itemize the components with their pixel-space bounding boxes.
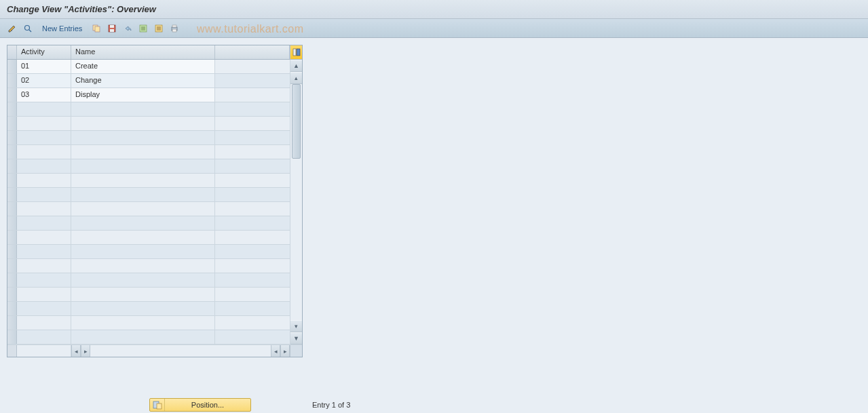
svg-rect-6 <box>110 29 114 32</box>
table-row-empty[interactable] <box>7 259 290 273</box>
table-row-empty[interactable] <box>7 231 290 245</box>
cell-activity[interactable]: 02 <box>17 74 71 87</box>
scroll-left-button[interactable]: ◂ <box>71 345 81 357</box>
table-row-empty[interactable] <box>7 202 290 216</box>
footer-bar: Position... Entry 1 of 3 <box>149 398 350 412</box>
svg-rect-21 <box>157 404 162 409</box>
table-row-empty[interactable] <box>7 145 290 159</box>
new-entries-button[interactable]: New Entries <box>37 23 88 34</box>
scroll-right-end-button[interactable]: ▸ <box>280 345 290 357</box>
cell-activity[interactable]: 01 <box>17 60 71 73</box>
search-icon[interactable] <box>21 22 35 35</box>
svg-rect-5 <box>110 25 114 28</box>
svg-rect-19 <box>297 49 300 56</box>
cell-name[interactable]: Display <box>71 88 215 102</box>
copy-icon[interactable] <box>90 22 103 35</box>
table-settings-button[interactable] <box>290 45 302 60</box>
scroll-up-inner-button[interactable]: ▴ <box>290 72 302 84</box>
edit-icon[interactable] <box>5 22 19 35</box>
application-toolbar: New Entries <box>0 19 868 38</box>
table-row[interactable]: 03 Display <box>7 88 290 102</box>
table-row[interactable]: 01 Create <box>7 60 290 74</box>
table-row-empty[interactable] <box>7 316 290 330</box>
table-row-empty[interactable] <box>7 159 290 174</box>
entry-status-label: Entry 1 of 3 <box>312 401 350 409</box>
svg-rect-16 <box>172 25 176 27</box>
position-button-label: Position... <box>165 401 250 409</box>
table-row-empty[interactable] <box>7 288 290 302</box>
row-selector[interactable] <box>7 60 17 73</box>
scroll-left-end-button[interactable]: ◂ <box>271 345 280 357</box>
svg-rect-3 <box>95 26 100 32</box>
page-title: Change View "Activities": Overview <box>0 0 868 19</box>
table-row-empty[interactable] <box>7 245 290 259</box>
position-button[interactable]: Position... <box>149 398 251 412</box>
print-icon[interactable] <box>168 22 181 35</box>
table-row-empty[interactable] <box>7 302 290 316</box>
table-row-empty[interactable] <box>7 131 290 145</box>
svg-point-0 <box>25 25 30 30</box>
table-body: 01 Create 02 Change 03 Display <box>7 60 290 345</box>
scroll-right-button[interactable]: ▸ <box>81 345 90 357</box>
row-selector[interactable] <box>7 88 17 102</box>
select-all-icon[interactable] <box>136 22 150 35</box>
undo-icon[interactable] <box>121 22 134 35</box>
vertical-scrollbar[interactable]: ▲ ▴ ▾ ▼ <box>290 60 302 345</box>
table-row-empty[interactable] <box>7 273 290 288</box>
svg-rect-18 <box>293 49 296 56</box>
save-icon[interactable] <box>105 22 119 35</box>
column-spacer <box>215 45 290 59</box>
position-icon <box>150 399 165 411</box>
cell-name[interactable]: Create <box>71 60 215 73</box>
table-row-empty[interactable] <box>7 174 290 188</box>
svg-line-1 <box>29 30 31 32</box>
table-row[interactable]: 02 Change <box>7 74 290 88</box>
cell-name[interactable]: Change <box>71 74 215 87</box>
scroll-up-button[interactable]: ▲ <box>290 60 302 72</box>
activities-table: Activity Name 01 Create 02 Change <box>7 45 303 357</box>
table-row-empty[interactable] <box>7 188 290 202</box>
row-selector[interactable] <box>7 74 17 87</box>
table-row-empty[interactable] <box>7 117 290 131</box>
table-row-empty[interactable] <box>7 216 290 231</box>
scroll-track[interactable] <box>290 84 302 320</box>
row-selector-header[interactable] <box>7 45 17 59</box>
h-scroll-track[interactable] <box>90 345 271 357</box>
table-header: Activity Name <box>7 45 290 60</box>
column-header-activity[interactable]: Activity <box>17 45 71 59</box>
content-area: Activity Name 01 Create 02 Change <box>0 38 868 364</box>
deselect-icon[interactable] <box>152 22 166 35</box>
scroll-thumb[interactable] <box>292 84 301 159</box>
table-row-empty[interactable] <box>7 102 290 117</box>
scroll-down-inner-button[interactable]: ▾ <box>290 320 302 332</box>
table-row-empty[interactable] <box>7 330 290 345</box>
scroll-down-button[interactable]: ▼ <box>290 332 302 345</box>
column-header-name[interactable]: Name <box>71 45 215 59</box>
svg-rect-17 <box>172 29 176 32</box>
horizontal-scrollbar[interactable]: ◂ ▸ ◂ ▸ <box>7 345 302 357</box>
cell-activity[interactable]: 03 <box>17 88 71 102</box>
